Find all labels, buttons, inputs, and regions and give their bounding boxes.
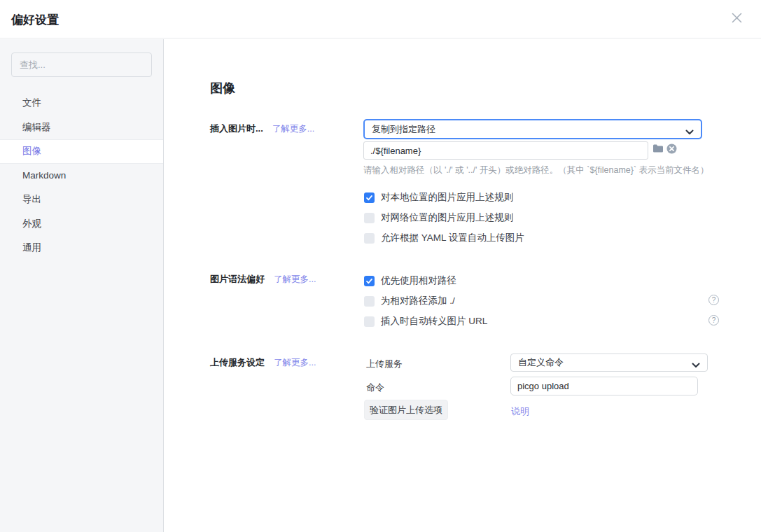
upload-learn-more-link[interactable]: 了解更多...: [274, 357, 316, 369]
preferences-window: 偏好设置 文件 编辑器 图像 Markdown 导出 外观 通用 图像 插入图片…: [0, 0, 761, 532]
window-title: 偏好设置: [11, 12, 59, 28]
clear-path-button[interactable]: [666, 144, 677, 155]
escape-url-checkbox[interactable]: [364, 316, 375, 327]
help-icon[interactable]: ?: [708, 315, 719, 326]
checkbox-label: 优先使用相对路径: [381, 274, 456, 287]
upload-service-select-value: 自定义命令: [518, 356, 564, 369]
syntax-section-header: 图片语法偏好 了解更多...: [210, 274, 316, 285]
insert-learn-more-link[interactable]: 了解更多...: [272, 123, 314, 135]
add-dot-slash-checkbox[interactable]: [364, 296, 375, 307]
sidebar-item-file[interactable]: 文件: [0, 91, 163, 115]
help-icon[interactable]: ?: [708, 295, 719, 305]
path-hint-text: 请输入相对路径（以 './' 或 '../' 开头）或绝对路径。（其中 `${f…: [363, 164, 709, 176]
folder-icon: [652, 144, 664, 156]
command-input[interactable]: [510, 377, 698, 396]
image-settings-pane: 图像 插入图片时... 了解更多... 复制到指定路径 请输入相对路径（以 '.…: [165, 39, 761, 532]
prefer-relative-path-row: 优先使用相对路径: [364, 275, 456, 286]
syntax-learn-more-link[interactable]: 了解更多...: [274, 274, 316, 286]
browse-folder-button[interactable]: [652, 144, 664, 155]
sidebar-item-editor[interactable]: 编辑器: [0, 115, 163, 140]
yaml-auto-upload-row: 允许根据 YAML 设置自动上传图片: [364, 232, 524, 244]
sidebar: 文件 编辑器 图像 Markdown 导出 外观 通用: [0, 39, 164, 532]
apply-local-images-row: 对本地位置的图片应用上述规则: [364, 192, 513, 203]
escape-url-row: 插入时自动转义图片 URL: [364, 316, 487, 327]
upload-help-link[interactable]: 说明: [511, 405, 529, 418]
search-input[interactable]: [11, 52, 152, 77]
sidebar-item-export[interactable]: 导出: [0, 188, 163, 212]
sidebar-nav: 文件 编辑器 图像 Markdown 导出 外观 通用: [0, 91, 163, 260]
apply-web-images-checkbox[interactable]: [364, 213, 375, 223]
upload-service-label: 上传服务: [366, 358, 403, 370]
page-title: 图像: [210, 80, 235, 97]
add-dot-slash-row: 为相对路径添加 ./: [364, 295, 455, 307]
apply-web-images-row: 对网络位置的图片应用上述规则: [364, 212, 513, 223]
insert-section-label: 插入图片时...: [210, 122, 263, 135]
checkbox-label: 允许根据 YAML 设置自动上传图片: [381, 232, 524, 244]
sidebar-item-appearance[interactable]: 外观: [0, 212, 163, 237]
checkbox-label: 为相对路径添加 ./: [381, 295, 455, 307]
apply-local-images-checkbox[interactable]: [364, 192, 375, 203]
command-label: 命令: [366, 382, 384, 394]
chevron-down-icon: [685, 127, 694, 137]
yaml-auto-upload-checkbox[interactable]: [364, 233, 375, 244]
insert-action-select[interactable]: 复制到指定路径: [363, 119, 702, 139]
validate-upload-button[interactable]: 验证图片上传选项: [364, 400, 448, 420]
sidebar-item-image[interactable]: 图像: [0, 139, 163, 164]
insert-action-select-value: 复制到指定路径: [372, 123, 435, 136]
sidebar-item-markdown[interactable]: Markdown: [0, 164, 163, 188]
syntax-section-label: 图片语法偏好: [210, 273, 265, 286]
insert-section-header: 插入图片时... 了解更多...: [210, 123, 314, 134]
upload-service-select[interactable]: 自定义命令: [510, 354, 708, 372]
checkbox-label: 对本地位置的图片应用上述规则: [381, 191, 513, 204]
checkbox-label: 插入时自动转义图片 URL: [381, 315, 487, 328]
clear-circle-icon: [666, 144, 677, 157]
close-button[interactable]: [729, 12, 743, 26]
checkbox-label: 对网络位置的图片应用上述规则: [381, 211, 513, 224]
close-icon: [731, 12, 743, 27]
upload-section-header: 上传服务设定 了解更多...: [210, 357, 316, 368]
sidebar-item-general[interactable]: 通用: [0, 236, 163, 260]
chevron-down-icon: [692, 360, 700, 370]
prefer-relative-path-checkbox[interactable]: [364, 276, 375, 286]
copy-path-input[interactable]: [363, 141, 648, 160]
upload-section-label: 上传服务设定: [210, 356, 265, 369]
titlebar: 偏好设置: [0, 0, 761, 38]
